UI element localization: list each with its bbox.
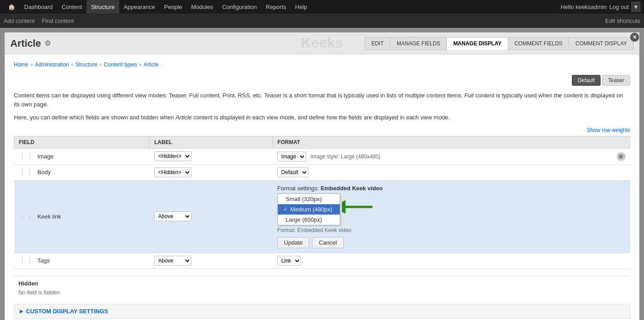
image-field-label: Image [38,153,54,160]
nav-items: 🏠 Dashboard Content Structure Appearance… [4,0,561,13]
nav-dashboard[interactable]: Dashboard [20,0,57,13]
keek-drag-handle[interactable]: ⋮⋮ [19,212,35,221]
breadcrumb-sep-1: » [30,61,33,68]
nav-right: Hello keeksadmin Log out ▼ [561,2,640,12]
nav-dropdown-arrow[interactable]: ▼ [631,2,640,12]
image-field-cell: ⋮⋮ Image [14,148,150,164]
image-label-select[interactable]: <Hidden> Above Inline [154,151,191,161]
breadcrumb-administration[interactable]: Administration [35,61,69,68]
view-mode-teaser[interactable]: Teaser [602,75,630,86]
breadcrumb-content-types[interactable]: Content types [104,61,137,68]
col-header-format: FORMAT [273,136,630,148]
tab-manage-display[interactable]: MANAGE DISPLAY [447,37,508,50]
format-settings-text: Format settings: Embedded Keek video [277,185,626,192]
custom-display-title: CUSTOM DISPLAY SETTINGS [20,308,624,315]
nav-home[interactable]: 🏠 [4,0,20,13]
table-body: ⋮⋮ Image <Hidden> Above Inline [14,148,630,268]
option-small[interactable]: Small (320px) [278,194,340,204]
nav-configuration[interactable]: Configuration [218,0,261,13]
nav-content[interactable]: Content [57,0,87,13]
action-buttons: Update Cancel [277,237,626,248]
edit-shortcuts-area: Edit shortcuts [605,18,640,24]
article-panel: Article ⚙ Keeks EDIT MANAGE FIELDS MANAG… [4,32,640,320]
update-button[interactable]: Update [277,237,310,248]
hidden-title: Hidden [18,280,626,287]
tags-drag-handle[interactable]: ⋮⋮ [19,256,35,265]
tags-format-cell: Link [273,253,630,268]
edit-shortcuts-link[interactable]: Edit shortcuts [605,18,640,24]
logout-link[interactable]: Log out [609,4,629,10]
keek-link-label-cell: Above <Hidden> Inline [150,180,273,253]
tab-comment-display[interactable]: COMMENT DISPLAY [569,37,634,50]
image-format-select[interactable]: Image [277,152,306,162]
keek-label-select[interactable]: Above <Hidden> Inline [154,211,191,221]
article-settings-icon[interactable]: ⚙ [44,39,51,48]
cancel-button[interactable]: Cancel [312,237,343,248]
body-field-cell: ⋮⋮ Body [14,164,150,180]
main-wrapper: Article ⚙ Keeks EDIT MANAGE FIELDS MANAG… [0,28,644,320]
body-format-select[interactable]: Default [277,167,308,177]
tab-manage-fields[interactable]: MANAGE FIELDS [390,37,447,50]
breadcrumb-article[interactable]: Article [144,61,159,68]
second-bar: Add content Find content Edit shortcuts [0,13,644,28]
keeks-logo: Keeks [301,35,343,51]
user-greeting: Hello keeksadmin [561,4,607,10]
custom-display-settings[interactable]: CUSTOM DISPLAY SETTINGS [14,304,630,319]
option-large[interactable]: Large (600px) [278,215,340,225]
tags-format-select[interactable]: Link [277,256,301,266]
green-arrow-icon [342,200,373,214]
nav-people[interactable]: People [160,0,186,13]
home-icon: 🏠 [8,4,15,10]
table-row: ⋮⋮ Image <Hidden> Above Inline [14,148,630,164]
fields-table: FIELD LABEL FORMAT ⋮⋮ Image [14,136,630,269]
close-button[interactable]: ✕ [630,33,639,42]
col-header-label: LABEL [150,136,273,148]
article-title-area: Article ⚙ [10,38,51,49]
col-header-field: FIELD [14,136,150,148]
top-navigation: 🏠 Dashboard Content Structure Appearance… [0,0,644,13]
hidden-section: Hidden No field is hidden. [14,276,630,299]
show-row-weights-link[interactable]: Show row weights [587,127,630,133]
table-header: FIELD LABEL FORMAT [14,136,630,148]
article-header: Article ⚙ Keeks EDIT MANAGE FIELDS MANAG… [5,33,639,54]
tags-label-select[interactable]: Above <Hidden> Inline [154,256,191,266]
image-drag-handle[interactable]: ⋮⋮ [19,152,35,161]
table-row: ⋮⋮ Tags Above <Hidden> Inline [14,253,630,268]
image-style-text: Image style: Large (480x480) [311,153,380,160]
show-row-weights-area: Show row weights [14,127,630,133]
body-drag-handle[interactable]: ⋮⋮ [19,168,35,176]
content-area: Home » Administration » Structure » Cont… [5,54,639,320]
format-current-text: Format: Embedded Keek video [277,227,626,233]
body-format-cell: Default [273,164,630,180]
tags-field-label: Tags [38,257,50,264]
breadcrumb-structure[interactable]: Structure [75,61,97,68]
find-content-link[interactable]: Find content [42,18,74,24]
view-modes: Default Teaser [14,75,630,86]
tab-edit[interactable]: EDIT [365,37,390,50]
nav-structure[interactable]: Structure [86,0,119,13]
description-line2: Here, you can define which fields are sh… [14,113,630,122]
table-row: ⋮⋮ Body <Hidden> Above Inline [14,164,630,180]
tags-field-cell: ⋮⋮ Tags [14,253,150,268]
article-tabs: EDIT MANAGE FIELDS MANAGE DISPLAY COMMEN… [365,37,634,50]
breadcrumb-home[interactable]: Home [14,61,28,68]
add-content-link[interactable]: Add content [4,18,35,24]
breadcrumb-sep-4: » [139,61,142,68]
image-gear-icon[interactable]: ⚙ [617,152,626,161]
option-medium[interactable]: ✓ Medium (480px) [278,204,340,215]
tab-comment-fields[interactable]: COMMENT FIELDS [508,37,569,50]
nav-help[interactable]: Help [291,0,312,13]
nav-reports[interactable]: Reports [261,0,291,13]
body-label-select[interactable]: <Hidden> Above Inline [154,167,191,177]
check-icon-medium: ✓ [283,206,288,212]
nav-modules[interactable]: Modules [187,0,218,13]
arrow-area [342,193,373,220]
keek-link-field-label: Keek link [38,213,61,220]
tags-label-cell: Above <Hidden> Inline [150,253,273,268]
nav-appearance[interactable]: Appearance [119,0,160,13]
body-label-cell: <Hidden> Above Inline [150,164,273,180]
view-mode-default[interactable]: Default [572,75,601,86]
body-field-label: Body [38,169,51,175]
hidden-note: No field is hidden. [18,289,626,296]
table-row: ⋮⋮ Keek link Above <Hidden> Inline [14,180,630,253]
